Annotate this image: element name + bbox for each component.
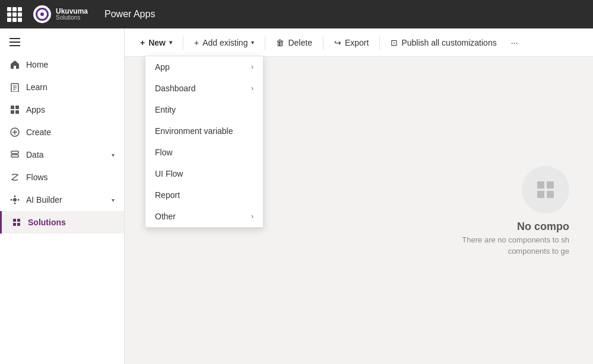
learn-icon xyxy=(9,82,20,92)
brand-logo[interactable]: Ukuvuma Solutions xyxy=(28,5,93,23)
svg-rect-7 xyxy=(11,106,14,109)
svg-point-20 xyxy=(18,199,20,201)
toolbar: + New ▾ + Add existing ▾ 🗑 Delete ↪ Expo… xyxy=(125,28,593,57)
app-title: Power Apps xyxy=(104,9,155,20)
new-button[interactable]: + New ▾ xyxy=(134,34,178,51)
svg-point-19 xyxy=(11,199,12,201)
publish-button[interactable]: ⊡ Publish all customizations xyxy=(385,34,502,51)
svg-rect-21 xyxy=(13,219,16,222)
toolbar-separator-2 xyxy=(265,36,265,50)
main-layout: Home Learn Apps Create xyxy=(0,28,593,364)
export-label: Export xyxy=(345,38,369,47)
add-existing-label: Add existing xyxy=(202,38,248,47)
sidebar: Home Learn Apps Create xyxy=(0,28,125,364)
sidebar-toggle[interactable] xyxy=(0,33,124,53)
svg-rect-14 xyxy=(11,151,18,154)
dropdown-item-app[interactable]: App› xyxy=(145,56,263,78)
delete-icon: 🗑 xyxy=(276,38,284,47)
no-components-box: No compo There are no components to sh c… xyxy=(462,166,569,256)
dropdown-item-dashboard[interactable]: Dashboard› xyxy=(145,78,263,99)
dropdown-item-flow[interactable]: Flow xyxy=(145,142,263,163)
add-existing-plus-icon: + xyxy=(194,38,199,47)
sidebar-item-flows[interactable]: Flows xyxy=(0,166,124,189)
sidebar-item-solutions[interactable]: Solutions xyxy=(0,211,124,234)
svg-point-17 xyxy=(14,196,16,197)
sidebar-item-solutions-label: Solutions xyxy=(28,218,66,227)
dropdown-item-label: Flow xyxy=(155,148,173,157)
export-icon: ↪ xyxy=(334,38,341,47)
brand-sub: Solutions xyxy=(56,15,88,21)
dropdown-item-entity[interactable]: Entity xyxy=(145,99,263,120)
dropdown-item-label: Other xyxy=(155,212,176,221)
sidebar-item-ai-builder-label: AI Builder xyxy=(26,195,62,205)
brand-text: Ukuvuma Solutions xyxy=(56,8,88,21)
sidebar-item-home-label: Home xyxy=(26,60,48,69)
more-label: ··· xyxy=(511,38,518,47)
svg-rect-23 xyxy=(13,223,16,226)
dropdown-item-label: Report xyxy=(155,190,180,200)
dropdown-item-label: Environment variable xyxy=(155,126,233,136)
svg-rect-9 xyxy=(11,110,14,114)
submenu-chevron-icon: › xyxy=(251,84,253,92)
publish-label: Publish all customizations xyxy=(401,38,496,47)
no-components-icon xyxy=(522,166,569,213)
toolbar-separator-4 xyxy=(379,36,380,50)
sidebar-item-ai-builder[interactable]: AI Builder ▾ xyxy=(0,189,124,211)
new-plus-icon: + xyxy=(140,38,145,47)
ai-builder-icon xyxy=(9,194,20,205)
sidebar-item-data[interactable]: Data ▾ xyxy=(0,143,124,166)
sidebar-item-apps-label: Apps xyxy=(26,105,45,114)
dropdown-item-ui-flow[interactable]: UI Flow xyxy=(145,163,263,184)
publish-icon: ⊡ xyxy=(391,38,398,47)
delete-label: Delete xyxy=(288,38,312,47)
svg-rect-0 xyxy=(9,38,20,39)
svg-rect-15 xyxy=(11,155,18,157)
add-existing-button[interactable]: + Add existing ▾ xyxy=(188,34,260,51)
sidebar-item-data-label: Data xyxy=(26,150,44,159)
new-dropdown-menu: App›Dashboard›EntityEnvironment variable… xyxy=(145,56,264,228)
sidebar-item-learn-label: Learn xyxy=(26,82,47,92)
no-components-title: No compo xyxy=(462,221,569,233)
new-button-chevron-icon: ▾ xyxy=(169,39,172,46)
ai-builder-chevron-icon: ▾ xyxy=(112,197,115,203)
data-chevron-icon: ▾ xyxy=(112,152,115,158)
sidebar-item-apps[interactable]: Apps xyxy=(0,98,124,121)
sidebar-item-create-label: Create xyxy=(26,127,51,137)
dropdown-item-environment-variable[interactable]: Environment variable xyxy=(145,120,263,142)
dropdown-item-label: UI Flow xyxy=(155,169,183,178)
svg-rect-2 xyxy=(9,45,20,46)
svg-rect-24 xyxy=(17,223,20,226)
sidebar-item-learn[interactable]: Learn xyxy=(0,76,124,98)
submenu-chevron-icon: › xyxy=(251,212,253,221)
svg-rect-22 xyxy=(17,219,20,222)
top-bar: Ukuvuma Solutions Power Apps xyxy=(0,0,593,28)
dropdown-item-label: Entity xyxy=(155,105,176,114)
dropdown-item-other[interactable]: Other› xyxy=(145,206,263,227)
apps-icon xyxy=(9,104,20,115)
flows-icon xyxy=(9,172,20,183)
svg-rect-28 xyxy=(547,191,554,198)
dropdown-item-label: App xyxy=(155,62,170,72)
sidebar-item-create[interactable]: Create xyxy=(0,121,124,143)
svg-rect-26 xyxy=(547,181,554,189)
delete-button[interactable]: 🗑 Delete xyxy=(270,34,318,51)
sidebar-item-home[interactable]: Home xyxy=(0,53,124,76)
export-button[interactable]: ↪ Export xyxy=(328,34,375,51)
dropdown-item-label: Dashboard xyxy=(155,84,196,93)
home-icon xyxy=(9,59,20,70)
new-button-label: New xyxy=(148,38,166,47)
data-icon xyxy=(9,149,20,160)
brand-logo-image xyxy=(33,5,51,23)
svg-rect-1 xyxy=(9,41,20,43)
add-existing-chevron-icon: ▾ xyxy=(251,39,254,46)
svg-rect-25 xyxy=(537,181,544,189)
grid-menu-icon[interactable] xyxy=(7,7,21,21)
toolbar-separator-3 xyxy=(323,36,324,50)
dropdown-item-report[interactable]: Report xyxy=(145,184,263,206)
create-icon xyxy=(9,127,20,138)
no-components-line2: components to ge xyxy=(462,247,569,256)
more-button[interactable]: ··· xyxy=(505,34,524,51)
svg-rect-10 xyxy=(15,110,19,114)
svg-point-18 xyxy=(14,203,16,205)
no-components-line1: There are no components to sh xyxy=(462,235,569,244)
